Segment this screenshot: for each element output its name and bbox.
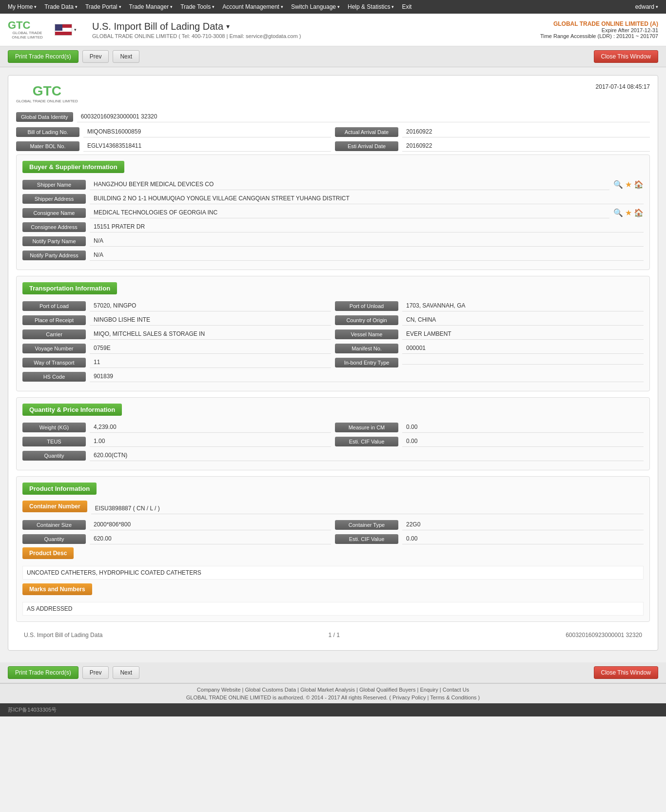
chevron-down-icon: ▾ (337, 4, 340, 9)
container-type-label: Container Type (335, 520, 398, 530)
next-button-top[interactable]: Next (113, 50, 139, 63)
nav-my-home[interactable]: My Home ▾ (4, 0, 40, 14)
port-load-row: Port of Load 57020, NINGPO Port of Unloa… (22, 300, 644, 311)
quantity-row: Quantity 620.00(CTN) (22, 450, 644, 461)
port-of-unload-label: Port of Unload (335, 301, 398, 311)
chevron-down-icon: ▾ (392, 4, 394, 9)
nav-help-statistics[interactable]: Help & Statistics ▾ (344, 0, 398, 14)
chevron-down-icon: ▾ (34, 4, 37, 9)
esti-arrival-col: Esti Arrival Date 20160922 (335, 140, 650, 152)
actual-arrival-col: Actual Arrival Date 20160922 (335, 126, 650, 137)
shipper-name-value: HANGZHOU BEYER MEDICAL DEVICES CO (90, 179, 609, 190)
in-bond-entry-type-value (402, 360, 644, 365)
nav-user[interactable]: edward ▾ (631, 0, 662, 14)
chevron-down-icon: ▾ (75, 4, 78, 9)
prev-button-bottom[interactable]: Prev (82, 666, 109, 679)
buyer-supplier-header: Buyer & Supplier Information (22, 161, 124, 173)
container-number-row: Container Number EISU3898887 ( CN / L / … (22, 501, 644, 516)
footer-link-qualified-buyers[interactable]: Global Qualified Buyers (359, 687, 416, 693)
nav-trade-tools[interactable]: Trade Tools ▾ (176, 0, 218, 14)
nav-exit[interactable]: Exit (398, 0, 415, 14)
carrier-row: Carrier MIQO, MITCHELL SALES & STORAGE I… (22, 329, 644, 340)
shipper-name-label: Shipper Name (22, 180, 86, 190)
record-footer-id: 600320160923000001 32320 (566, 632, 642, 638)
nav-trade-data[interactable]: Trade Data ▾ (40, 0, 81, 14)
consignee-name-value: MEDICAL TECHNOLOGIES OF GEORGIA INC (90, 207, 609, 218)
flag-selector[interactable]: ▾ (55, 24, 77, 36)
place-of-receipt-label: Place of Receipt (22, 315, 86, 325)
us-flag-icon (55, 24, 72, 36)
close-window-button-top[interactable]: Close This Window (594, 50, 658, 63)
port-of-unload-value: 1703, SAVANNAH, GA (402, 300, 644, 311)
in-bond-entry-type-label: In-bond Entry Type (335, 358, 398, 367)
hs-code-row: HS Code 901839 (22, 371, 644, 382)
logo-area: GTC GLOBAL TRADE ONLINE LIMITED (8, 18, 47, 42)
voyage-row: Voyage Number 0759E Manifest No. 000001 (22, 343, 644, 354)
hs-code-label: HS Code (22, 372, 86, 382)
footer-link-market-analysis[interactable]: Global Market Analysis (300, 687, 355, 693)
country-of-origin-label: Country of Origin (335, 315, 398, 325)
home-icon[interactable]: 🏠 (634, 208, 644, 217)
record-card: GTC GLOBAL TRADE ONLINE LIMITED 2017-07-… (8, 75, 658, 651)
bol-row: Bill of Lading No. MIQONBS16000859 Actua… (16, 126, 650, 137)
prev-button-top[interactable]: Prev (82, 50, 109, 63)
search-icon[interactable]: 🔍 (613, 208, 623, 217)
hs-code-value: 901839 (90, 371, 644, 382)
notify-party-name-row: Notify Party Name N/A (22, 235, 644, 247)
product-esti-cif-value: 0.00 (402, 533, 644, 544)
action-bar-top: Print Trade Record(s) Prev Next Close Th… (0, 46, 666, 67)
master-bol-col: Mater BOL No. EGLV143683518411 (16, 140, 331, 152)
nav-account-management[interactable]: Account Management ▾ (218, 0, 287, 14)
notify-party-name-label: Notify Party Name (22, 236, 86, 246)
voyage-number-value: 0759E (90, 343, 331, 354)
chevron-down-icon: ▾ (656, 4, 658, 9)
main-content: GTC GLOBAL TRADE ONLINE LIMITED 2017-07-… (0, 67, 666, 662)
footer-link-enquiry[interactable]: Enquiry (420, 687, 438, 693)
footer-link-global-customs[interactable]: Global Customs Data (245, 687, 296, 693)
esti-arrival-label: Esti Arrival Date (335, 141, 398, 151)
vessel-name-value: EVER LAMBENT (402, 329, 644, 340)
nav-trade-portal[interactable]: Trade Portal ▾ (81, 0, 125, 14)
way-of-transport-label: Way of Transport (22, 358, 86, 367)
print-record-button-bottom[interactable]: Print Trade Record(s) (8, 666, 78, 679)
record-footer-page: 1 / 1 (329, 632, 340, 638)
search-icon[interactable]: 🔍 (613, 180, 623, 189)
consignee-address-row: Consignee Address 15151 PRATER DR (22, 221, 644, 232)
close-window-button-bottom[interactable]: Close This Window (594, 666, 658, 679)
header-bar: GTC GLOBAL TRADE ONLINE LIMITED ▾ U.S. I… (0, 14, 666, 46)
nav-switch-language[interactable]: Switch Language ▾ (287, 0, 344, 14)
footer-link-company-website[interactable]: Company Website (197, 687, 241, 693)
icp-bar: 苏ICP备14033305号 (0, 703, 666, 716)
shipper-icons: 🔍 ★ 🏠 (613, 180, 644, 189)
container-size-value: 2000*806*800 (90, 519, 331, 530)
product-quantity-label: Quantity (22, 534, 86, 544)
expire-date: Expire After 2017-12-31 (540, 27, 658, 33)
measure-in-cm-label: Measure in CM (335, 423, 398, 432)
shipper-name-row: Shipper Name HANGZHOU BEYER MEDICAL DEVI… (22, 179, 644, 190)
print-record-button-top[interactable]: Print Trade Record(s) (8, 50, 78, 63)
product-quantity-row: Quantity 620.00 Esti. CIF Value 0.00 (22, 533, 644, 544)
transportation-header: Transportation Information (22, 282, 117, 294)
global-data-identity-label: Global Data Identity (16, 112, 73, 122)
container-number-value: EISU3898887 ( CN / L / ) (91, 503, 644, 514)
actual-arrival-label: Actual Arrival Date (335, 127, 398, 137)
star-icon[interactable]: ★ (625, 208, 632, 217)
record-datetime: 2017-07-14 08:45:17 (596, 83, 650, 90)
esti-arrival-value: 20160922 (402, 140, 650, 152)
esti-cif-value-label: Esti. CIF Value (335, 437, 398, 446)
notify-party-address-label: Notify Party Address (22, 251, 86, 260)
notify-party-address-value: N/A (90, 250, 644, 261)
nav-trade-manager[interactable]: Trade Manager ▾ (125, 0, 177, 14)
footer-links: Company Website | Global Customs Data | … (8, 687, 658, 693)
chevron-down-icon: ▾ (212, 4, 215, 9)
action-bar-bottom: Print Trade Record(s) Prev Next Close Th… (0, 662, 666, 683)
teus-row: TEUS 1.00 Esti. CIF Value 0.00 (22, 436, 644, 447)
footer-link-contact[interactable]: Contact Us (443, 687, 469, 693)
port-of-load-value: 57020, NINGPO (90, 300, 331, 311)
company-logo: GTC GLOBAL TRADE ONLINE LIMITED (8, 18, 47, 42)
next-button-bottom[interactable]: Next (113, 666, 139, 679)
star-icon[interactable]: ★ (625, 180, 632, 189)
carrier-value: MIQO, MITCHELL SALES & STORAGE IN (90, 329, 331, 340)
actual-arrival-value: 20160922 (402, 126, 650, 137)
home-icon[interactable]: 🏠 (634, 180, 644, 189)
